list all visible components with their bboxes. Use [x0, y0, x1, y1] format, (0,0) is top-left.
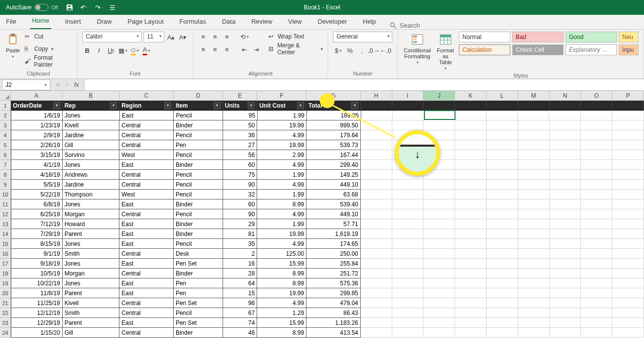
- wrap-icon: ↩: [268, 33, 275, 40]
- paste-label: Paste: [6, 47, 20, 53]
- align-right-icon[interactable]: ≡: [222, 44, 232, 54]
- style-check-cell[interactable]: Check Cell: [512, 44, 564, 55]
- increase-indent-icon[interactable]: ⇥: [252, 44, 262, 54]
- svg-rect-3: [11, 34, 15, 36]
- ribbon-group-number: General $ % , .0→ ←.0 Number: [328, 30, 398, 78]
- align-left-icon[interactable]: ≡: [198, 44, 208, 54]
- tab-formulas[interactable]: Formulas: [178, 15, 208, 29]
- ribbon-group-font: Calibri 11 A▴ A▾ B I U▾ ▦ ◇ A Font: [77, 30, 193, 78]
- scissors-icon: ✂: [25, 33, 32, 40]
- tab-help[interactable]: Help: [361, 15, 378, 29]
- paintbrush-icon: 🖌: [25, 58, 32, 65]
- chevron-down-icon: ▾: [12, 54, 14, 59]
- search-icon: [390, 22, 397, 29]
- decrease-font-icon[interactable]: A▾: [178, 32, 188, 42]
- svg-rect-8: [413, 41, 417, 42]
- tab-file[interactable]: File: [4, 15, 18, 29]
- toggle-state: Off: [51, 5, 58, 10]
- decrease-decimal-icon[interactable]: ←.0: [380, 45, 390, 55]
- merge-icon: ⊟: [268, 45, 275, 52]
- svg-line-1: [394, 26, 396, 28]
- search-box[interactable]: Search: [390, 22, 420, 29]
- svg-rect-6: [413, 36, 417, 37]
- underline-button[interactable]: U▾: [106, 45, 116, 55]
- conditional-formatting-button[interactable]: Conditional Formatting ▾: [403, 32, 432, 66]
- svg-point-0: [390, 23, 394, 27]
- cut-button[interactable]: ✂Cut: [25, 32, 72, 41]
- cancel-formula-icon[interactable]: ✕: [55, 81, 61, 88]
- window-titlebar: AutoSave Off ↶ ↷ ☰ Book1 - Excel: [0, 0, 644, 15]
- style-bad[interactable]: Bad: [512, 32, 564, 42]
- style-normal[interactable]: Normal: [459, 32, 510, 42]
- style-neutral[interactable]: Neu: [619, 32, 639, 42]
- increase-font-icon[interactable]: A▴: [166, 32, 176, 42]
- style-calculation[interactable]: Calculation: [459, 44, 510, 55]
- svg-rect-10: [440, 35, 451, 37]
- autosave-toggle[interactable]: AutoSave Off: [6, 4, 58, 11]
- font-name-combo[interactable]: Calibri: [82, 32, 142, 42]
- tab-insert[interactable]: Insert: [63, 15, 83, 29]
- ribbon-group-styles: Conditional Formatting ▾ Format as Table…: [398, 30, 644, 78]
- tab-review[interactable]: Review: [249, 15, 274, 29]
- ribbon-tabs: File Home Insert Draw Page Layout Formul…: [0, 15, 644, 30]
- format-painter-button[interactable]: 🖌Format Painter: [25, 56, 72, 66]
- tab-page-layout[interactable]: Page Layout: [126, 15, 166, 29]
- conditional-icon: [411, 33, 424, 46]
- number-format-combo[interactable]: General: [333, 32, 392, 42]
- font-size-combo[interactable]: 11: [144, 32, 164, 42]
- percent-icon[interactable]: %: [345, 45, 355, 55]
- tab-view[interactable]: View: [286, 15, 304, 29]
- align-center-icon[interactable]: ≡: [210, 44, 220, 54]
- format-as-table-button[interactable]: Format as Table ▾: [436, 32, 455, 72]
- fx-icon[interactable]: fx: [74, 81, 79, 88]
- formula-bar: J2 ✕ ✓ fx: [0, 79, 644, 91]
- orientation-icon[interactable]: ⟲: [240, 32, 250, 41]
- group-label-styles: Styles: [403, 72, 639, 79]
- tab-developer[interactable]: Developer: [316, 15, 349, 29]
- font-color-button[interactable]: A: [142, 45, 152, 55]
- redo-icon[interactable]: ↷: [95, 3, 103, 11]
- accept-formula-icon[interactable]: ✓: [65, 81, 70, 88]
- align-top-icon[interactable]: ≡: [198, 32, 208, 41]
- toggle-off-icon[interactable]: [35, 4, 48, 11]
- table-icon: [439, 33, 453, 46]
- align-middle-icon[interactable]: ≡: [210, 32, 220, 41]
- group-label-font: Font: [82, 70, 188, 78]
- fill-color-button[interactable]: ◇: [130, 45, 140, 55]
- style-explanatory[interactable]: Explanatory …: [566, 44, 617, 55]
- touch-mode-icon[interactable]: ☰: [110, 3, 118, 11]
- increase-decimal-icon[interactable]: .0→: [369, 45, 379, 55]
- copy-icon: ⎘: [25, 45, 32, 52]
- ribbon-group-clipboard: Paste ▾ ✂Cut ⎘Copy▾ 🖌Format Painter Clip…: [0, 30, 77, 78]
- comma-icon[interactable]: ,: [357, 45, 367, 55]
- decrease-indent-icon[interactable]: ⇤: [240, 44, 250, 54]
- ribbon: Paste ▾ ✂Cut ⎘Copy▾ 🖌Format Painter Clip…: [0, 30, 644, 79]
- bold-button[interactable]: B: [82, 45, 92, 55]
- paste-icon: [6, 33, 20, 46]
- svg-rect-4: [10, 37, 16, 43]
- name-box[interactable]: J2: [2, 79, 50, 90]
- undo-icon[interactable]: ↶: [80, 3, 88, 11]
- tab-draw[interactable]: Draw: [95, 15, 114, 29]
- group-label-clipboard: Clipboard: [5, 70, 72, 78]
- window-title: Book1 - Excel: [303, 4, 340, 11]
- wrap-text-button[interactable]: ↩Wrap Text: [268, 32, 323, 41]
- tab-home[interactable]: Home: [30, 14, 51, 29]
- save-icon[interactable]: [66, 3, 74, 11]
- tab-data[interactable]: Data: [220, 15, 237, 29]
- autosave-label: AutoSave: [6, 4, 32, 11]
- paste-button[interactable]: Paste ▾: [5, 32, 21, 60]
- style-input[interactable]: Inpu: [619, 44, 639, 55]
- formula-input[interactable]: [84, 79, 644, 90]
- italic-button[interactable]: I: [94, 45, 104, 55]
- ribbon-group-alignment: ≡ ≡ ≡ ⟲ ≡ ≡ ≡ ⇤ ⇥ ↩Wrap Text ⊟Merge & Ce…: [193, 30, 328, 78]
- group-label-number: Number: [333, 70, 392, 78]
- svg-rect-7: [413, 39, 417, 40]
- quick-access-toolbar: ↶ ↷ ☰: [66, 3, 118, 11]
- currency-icon[interactable]: $: [333, 45, 343, 55]
- style-good[interactable]: Good: [566, 32, 617, 42]
- copy-button[interactable]: ⎘Copy▾: [25, 44, 72, 54]
- align-bottom-icon[interactable]: ≡: [222, 32, 232, 41]
- borders-button[interactable]: ▦: [118, 45, 128, 55]
- merge-center-button[interactable]: ⊟Merge & Center▾: [268, 44, 323, 54]
